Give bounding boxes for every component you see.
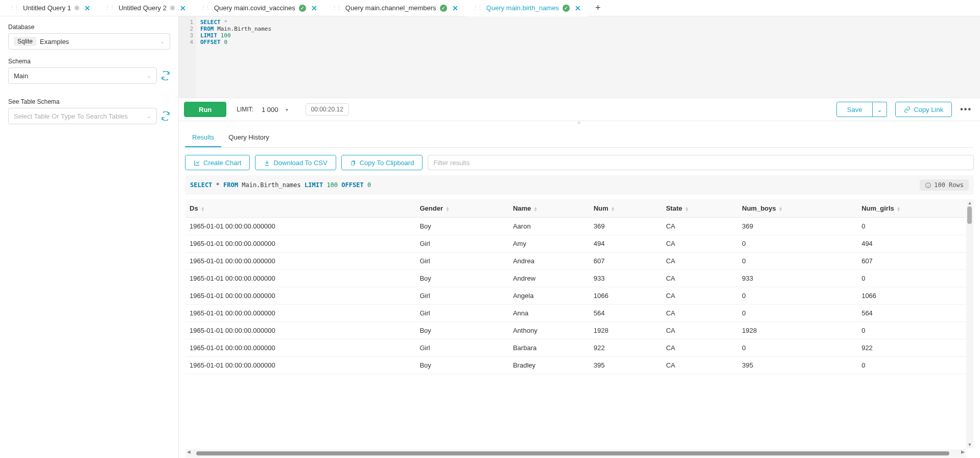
tab-label: Query main.channel_members xyxy=(345,4,436,12)
sql-editor[interactable]: 1234 SELECT * FROM Main.Birth_names LIMI… xyxy=(179,16,980,98)
subtab-query-history[interactable]: Query History xyxy=(221,128,276,147)
table-cell: Aaron xyxy=(509,218,590,235)
table-cell: Anthony xyxy=(509,322,590,339)
close-icon[interactable]: ✕ xyxy=(311,5,317,12)
close-icon[interactable]: ✕ xyxy=(575,5,581,12)
scroll-up-icon[interactable]: ▲ xyxy=(966,199,973,207)
table-cell: Andrea xyxy=(509,253,590,270)
table-row: 1965-01-01 00:00:00.000000GirlAmy494CA04… xyxy=(185,235,973,253)
content: 1234 SELECT * FROM Main.Birth_names LIMI… xyxy=(179,16,980,458)
save-button[interactable]: Save xyxy=(836,102,873,117)
table-row: 1965-01-01 00:00:00.000000BoyAndrew933CA… xyxy=(185,270,973,287)
run-button[interactable]: Run xyxy=(184,102,226,117)
table-cell: 922 xyxy=(590,339,662,357)
sort-icon[interactable]: ▲▼ xyxy=(533,207,538,212)
sort-icon[interactable]: ▲▼ xyxy=(446,207,450,212)
schema-select[interactable]: Main ⌄ xyxy=(8,67,157,84)
sort-icon[interactable]: ▲▼ xyxy=(897,207,901,212)
table-cell: 0 xyxy=(857,322,973,339)
sort-icon[interactable]: ▲▼ xyxy=(779,207,783,212)
column-header[interactable]: Num_girls▲▼ xyxy=(857,199,973,218)
column-header[interactable]: Num_boys▲▼ xyxy=(738,199,857,218)
table-cell: 922 xyxy=(857,339,973,357)
table-cell: CA xyxy=(662,218,738,235)
sidebar: Database Sqlite Examples ⌄ Schema Main ⌄… xyxy=(0,16,179,458)
query-tab[interactable]: ⋮⋮ Query main.covid_vaccines ✕ xyxy=(193,0,324,16)
column-header[interactable]: Name▲▼ xyxy=(509,199,590,218)
table-cell: CA xyxy=(662,235,738,253)
table-cell: Boy xyxy=(415,218,509,235)
create-chart-button[interactable]: Create Chart xyxy=(185,155,250,170)
close-icon[interactable]: ✕ xyxy=(84,5,90,12)
query-tab[interactable]: ⋮⋮ Untitled Query 1 ✕ xyxy=(2,0,98,16)
save-dropdown-button[interactable]: ⌄ xyxy=(873,102,887,117)
copy-link-label: Copy Link xyxy=(914,106,943,113)
download-csv-button[interactable]: Download To CSV xyxy=(255,155,336,170)
subtab-results[interactable]: Results xyxy=(185,128,221,147)
column-header[interactable]: State▲▼ xyxy=(662,199,738,218)
db-name: Examples xyxy=(40,38,69,45)
scroll-thumb[interactable] xyxy=(196,451,949,455)
filter-results-input[interactable] xyxy=(428,155,974,170)
drag-handle-icon[interactable]: ⋮⋮ xyxy=(332,5,341,11)
sort-icon[interactable]: ▲▼ xyxy=(685,207,689,212)
table-cell: Anna xyxy=(509,305,590,322)
column-header[interactable]: Ds▲▼ xyxy=(185,199,415,218)
table-row: 1965-01-01 00:00:00.000000GirlAngela1066… xyxy=(185,287,973,305)
vertical-scrollbar[interactable]: ▲ ▼ xyxy=(966,199,973,448)
query-tab[interactable]: ⋮⋮ Query main.channel_members ✕ xyxy=(324,0,465,16)
table-cell: CA xyxy=(662,322,738,339)
scroll-left-icon[interactable]: ◀ xyxy=(185,449,192,457)
create-chart-label: Create Chart xyxy=(203,159,241,167)
table-cell: 0 xyxy=(738,235,857,253)
table-cell: CA xyxy=(662,270,738,287)
row-count-badge: 100 Rows xyxy=(920,179,969,191)
table-cell: 395 xyxy=(590,357,662,374)
refresh-icon[interactable] xyxy=(161,71,170,80)
copy-clipboard-label: Copy To Clipboard xyxy=(360,159,414,167)
scroll-down-icon[interactable]: ▼ xyxy=(966,441,973,448)
drag-handle-icon[interactable]: ⋮⋮ xyxy=(9,5,18,11)
copy-clipboard-button[interactable]: Copy To Clipboard xyxy=(341,155,423,170)
table-cell: 369 xyxy=(738,218,857,235)
table-search-select[interactable]: Select Table Or Type To Search Tables ⌄ xyxy=(8,108,157,124)
limit-dropdown[interactable]: 1 000 ▾ xyxy=(259,106,291,113)
refresh-icon[interactable] xyxy=(161,111,170,121)
table-cell: 933 xyxy=(590,270,662,287)
status-dot-icon xyxy=(75,6,79,10)
chevron-down-icon: ⌄ xyxy=(147,113,151,120)
table-cell: Boy xyxy=(415,357,509,374)
editor-code[interactable]: SELECT * FROM Main.Birth_names LIMIT 100… xyxy=(196,16,980,98)
scroll-right-icon[interactable]: ▶ xyxy=(960,449,966,457)
schema-value: Main xyxy=(14,72,28,80)
status-dot-icon xyxy=(170,6,175,10)
close-icon[interactable]: ✕ xyxy=(180,5,186,12)
more-icon[interactable]: ••• xyxy=(957,105,975,114)
table-cell: 564 xyxy=(857,305,973,322)
drag-handle-icon[interactable]: ⋮⋮ xyxy=(473,5,482,11)
table-cell: 0 xyxy=(857,218,973,235)
column-header[interactable]: Gender▲▼ xyxy=(415,199,509,218)
drag-handle-icon[interactable]: ⋮⋮ xyxy=(200,5,209,11)
close-icon[interactable]: ✕ xyxy=(452,5,458,12)
sort-icon[interactable]: ▲▼ xyxy=(611,207,615,212)
database-select[interactable]: Sqlite Examples ⌄ xyxy=(8,33,170,50)
editor-gutter: 1234 xyxy=(179,16,196,98)
copy-link-button[interactable]: Copy Link xyxy=(895,102,952,117)
chart-icon xyxy=(194,159,200,166)
table-cell: 933 xyxy=(738,270,857,287)
query-tab[interactable]: ⋮⋮ Untitled Query 2 ✕ xyxy=(98,0,193,16)
table-cell: 1066 xyxy=(857,287,973,305)
table-cell: 494 xyxy=(590,235,662,253)
drag-handle-icon[interactable]: ⋮⋮ xyxy=(105,5,114,11)
sort-icon[interactable]: ▲▼ xyxy=(201,207,205,212)
table-cell: CA xyxy=(662,357,738,374)
horizontal-scrollbar[interactable]: ◀ ▶ xyxy=(185,449,966,457)
query-tab[interactable]: ⋮⋮ Query main.birth_names ✕ xyxy=(465,0,588,16)
column-header[interactable]: Num▲▼ xyxy=(590,199,662,218)
tab-label: Untitled Query 2 xyxy=(119,4,167,12)
new-tab-button[interactable]: + xyxy=(588,0,604,16)
scroll-thumb[interactable] xyxy=(967,207,972,224)
info-icon xyxy=(925,182,931,189)
table-cell: 395 xyxy=(738,357,857,374)
